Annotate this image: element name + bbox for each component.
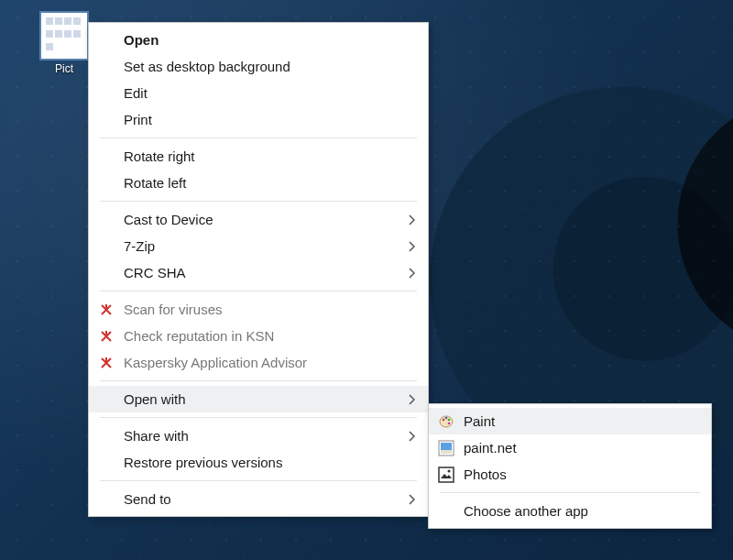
svg-rect-6: [441, 443, 452, 450]
paint-icon: [438, 413, 454, 430]
desktop-file-icon[interactable]: Pict: [35, 13, 93, 75]
svg-rect-7: [441, 450, 452, 454]
menu-open-with[interactable]: Open with: [89, 386, 428, 412]
svg-rect-8: [439, 467, 454, 482]
menu-open[interactable]: Open: [89, 27, 428, 53]
menu-7zip-label: 7-Zip: [124, 238, 155, 254]
submenu-choose-label: Choose another app: [464, 503, 588, 519]
submenu-paintnet-label: paint.net: [464, 440, 517, 456]
menu-kadvisor-label: Kaspersky Application Advisor: [124, 355, 307, 370]
menu-7zip[interactable]: 7-Zip: [89, 233, 428, 259]
menu-edit-label: Edit: [124, 85, 148, 101]
menu-send-to-label: Send to: [124, 491, 171, 507]
svg-point-1: [443, 418, 445, 421]
svg-point-4: [448, 422, 451, 424]
menu-set-bg-label: Set as desktop background: [124, 59, 290, 74]
menu-cast-label: Cast to Device: [124, 212, 213, 227]
menu-share-with[interactable]: Share with: [89, 423, 428, 449]
separator: [100, 201, 417, 202]
menu-print-label: Print: [124, 112, 152, 127]
separator: [100, 380, 417, 381]
menu-crc-sha[interactable]: CRC SHA: [89, 259, 428, 286]
svg-point-9: [448, 469, 451, 472]
menu-rotate-left[interactable]: Rotate left: [89, 170, 428, 196]
chevron-right-icon: [409, 241, 415, 252]
chevron-right-icon: [409, 394, 415, 405]
kaspersky-icon: [98, 302, 115, 318]
menu-print[interactable]: Print: [89, 106, 428, 133]
menu-scan-label: Scan for viruses: [124, 302, 223, 317]
submenu-photos[interactable]: Photos: [429, 461, 711, 488]
menu-restore-label: Restore previous versions: [124, 455, 282, 470]
chevron-right-icon: [409, 214, 415, 225]
separator: [100, 480, 417, 481]
menu-open-with-label: Open with: [124, 391, 186, 407]
paintnet-icon: [438, 440, 454, 456]
menu-open-label: Open: [124, 32, 159, 48]
menu-crc-label: CRC SHA: [124, 265, 186, 280]
submenu-paint-label: Paint: [464, 413, 495, 429]
svg-point-3: [448, 418, 451, 421]
open-with-submenu: Paint paint.net Photos Choose another ap…: [428, 403, 712, 529]
context-menu: Open Set as desktop background Edit Prin…: [88, 22, 429, 517]
file-thumbnail: [41, 13, 87, 59]
separator: [100, 137, 417, 138]
chevron-right-icon: [409, 431, 415, 442]
menu-send-to[interactable]: Send to: [89, 486, 428, 512]
menu-rotate-left-label: Rotate left: [124, 175, 186, 191]
kaspersky-icon: [98, 328, 115, 345]
menu-cast-to-device[interactable]: Cast to Device: [89, 206, 428, 233]
separator: [100, 291, 417, 291]
menu-edit[interactable]: Edit: [89, 80, 428, 106]
menu-rotate-right[interactable]: Rotate right: [89, 143, 428, 170]
separator: [440, 492, 700, 493]
submenu-photos-label: Photos: [464, 467, 507, 482]
chevron-right-icon: [409, 268, 415, 279]
file-label: Pict: [35, 62, 93, 75]
menu-kaspersky-advisor[interactable]: Kaspersky Application Advisor: [89, 349, 428, 376]
submenu-choose-another-app[interactable]: Choose another app: [429, 498, 711, 524]
separator: [100, 417, 417, 418]
menu-ksn-label: Check reputation in KSN: [124, 328, 274, 344]
photos-icon: [438, 467, 454, 483]
menu-restore-versions[interactable]: Restore previous versions: [89, 449, 428, 476]
menu-check-ksn[interactable]: Check reputation in KSN: [89, 323, 428, 349]
kaspersky-icon: [98, 355, 115, 371]
menu-set-desktop-background[interactable]: Set as desktop background: [89, 53, 428, 80]
menu-rotate-right-label: Rotate right: [124, 148, 195, 164]
chevron-right-icon: [409, 494, 415, 505]
submenu-paint[interactable]: Paint: [429, 408, 711, 434]
menu-scan-viruses[interactable]: Scan for viruses: [89, 296, 428, 323]
svg-point-2: [445, 416, 448, 419]
submenu-paintnet[interactable]: paint.net: [429, 434, 711, 461]
menu-share-label: Share with: [124, 428, 189, 444]
